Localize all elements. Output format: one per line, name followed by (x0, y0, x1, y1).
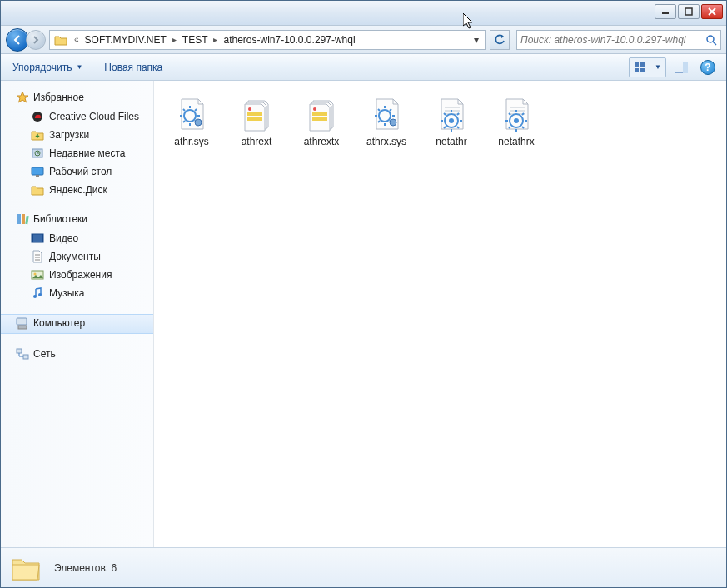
help-icon: ? (700, 60, 715, 75)
chevron-down-icon[interactable]: ▼ (650, 63, 665, 71)
svg-rect-47 (312, 112, 327, 116)
svg-point-46 (248, 107, 251, 111)
sidebar-item-music[interactable]: Музыка (1, 284, 153, 302)
organize-label: Упорядочить (12, 62, 72, 73)
sidebar-item-label: Документы (49, 249, 101, 264)
chevron-right-icon[interactable]: ▸ (168, 35, 181, 44)
svg-point-85 (514, 118, 519, 123)
downloads-icon (31, 128, 44, 142)
sidebar-item-label: Яндекс.Диск (49, 182, 107, 197)
sidebar-item-videos[interactable]: Видео (1, 229, 153, 247)
sidebar-libraries: Библиотеки Видео Документы Изображения М… (1, 211, 153, 302)
network-icon (16, 347, 29, 361)
view-mode-button[interactable]: ▼ (629, 57, 666, 77)
file-item[interactable]: athrextx (291, 91, 352, 151)
svg-rect-22 (42, 234, 43, 242)
svg-point-28 (33, 295, 37, 298)
breadcrumb-seg1[interactable]: SOFT.MYDIV.NET (83, 34, 168, 46)
svg-rect-31 (18, 326, 27, 329)
svg-rect-33 (23, 355, 28, 359)
document-icon (31, 250, 44, 263)
view-icons-icon (630, 62, 650, 73)
svg-rect-1 (685, 8, 692, 15)
sidebar-item-label: Creative Cloud Files (49, 109, 139, 124)
music-icon (31, 287, 44, 300)
file-item[interactable]: athrx.sys (356, 91, 417, 151)
breadcrumb-seg3[interactable]: atheros-win7-10.0.0.297-whql (222, 34, 356, 46)
minimize-button[interactable] (655, 4, 676, 19)
chevron-down-icon: ▼ (76, 63, 82, 71)
svg-rect-48 (312, 117, 327, 121)
svg-line-83 (509, 127, 510, 128)
refresh-button[interactable] (490, 30, 510, 50)
svg-rect-17 (17, 214, 21, 224)
svg-line-41 (183, 121, 185, 122)
main-area: Избранное Creative Cloud Files Загрузки … (1, 81, 726, 547)
svg-line-40 (195, 109, 197, 111)
sidebar-item-computer[interactable]: Компьютер (1, 314, 153, 334)
sidebar-item-label: Изображения (49, 267, 112, 282)
sidebar: Избранное Creative Cloud Files Загрузки … (1, 81, 154, 547)
sidebar-item-creative-cloud[interactable]: Creative Cloud Files (1, 107, 153, 126)
svg-rect-20 (32, 234, 43, 242)
sidebar-item-network[interactable]: Сеть (1, 346, 153, 364)
svg-rect-44 (247, 112, 262, 116)
svg-rect-19 (25, 216, 28, 224)
folder-icon (31, 183, 44, 197)
close-button[interactable] (701, 4, 723, 19)
minimize-icon (661, 7, 670, 16)
svg-rect-15 (32, 167, 43, 175)
file-item[interactable]: netathr (421, 91, 482, 151)
sidebar-favorites-header[interactable]: Избранное (1, 89, 153, 107)
video-icon (31, 232, 44, 245)
sidebar-item-pictures[interactable]: Изображения (1, 266, 153, 284)
forward-button[interactable] (26, 30, 46, 50)
sidebar-item-documents[interactable]: Документы (1, 247, 153, 266)
svg-line-57 (378, 121, 380, 122)
maximize-button[interactable] (678, 4, 700, 19)
file-type-icon (237, 94, 276, 134)
network-label: Сеть (33, 348, 56, 360)
file-item[interactable]: athrext (226, 91, 287, 151)
new-folder-label: Новая папка (104, 62, 162, 73)
recent-icon (31, 147, 44, 160)
address-dropdown[interactable]: ▾ (469, 34, 484, 46)
address-bar[interactable]: « SOFT.MYDIV.NET ▸ TEST ▸ atheros-win7-1… (49, 30, 486, 50)
maximize-icon (685, 7, 693, 16)
preview-pane-icon (675, 62, 688, 73)
file-item[interactable]: netathrx (485, 91, 547, 151)
search-box[interactable] (516, 30, 721, 50)
help-button[interactable]: ? (696, 57, 720, 77)
svg-rect-21 (32, 234, 33, 242)
file-type-icon (301, 94, 341, 134)
svg-line-5 (713, 42, 716, 45)
svg-line-69 (457, 113, 459, 115)
sidebar-item-recent[interactable]: Недавние места (1, 144, 153, 162)
sidebar-item-label: Рабочий стол (49, 164, 112, 179)
sidebar-item-label: Загрузки (49, 127, 89, 142)
new-folder-button[interactable]: Новая папка (99, 58, 167, 77)
chevron-right-icon[interactable]: ▸ (209, 35, 222, 44)
sidebar-item-yandex-disk[interactable]: Яндекс.Диск (1, 181, 153, 199)
search-icon[interactable] (705, 34, 717, 46)
sidebar-favorites: Избранное Creative Cloud Files Загрузки … (1, 89, 153, 199)
breadcrumb-separator: « (70, 35, 83, 44)
breadcrumb-seg2[interactable]: TEST (181, 34, 210, 46)
file-list[interactable]: athr.sysathrextathrextxathrx.sysnetathrn… (154, 81, 726, 547)
organize-button[interactable]: Упорядочить ▼ (7, 58, 87, 77)
file-item[interactable]: athr.sys (161, 91, 222, 151)
svg-rect-9 (640, 68, 645, 72)
nav-arrows (6, 28, 46, 52)
toolbar: Упорядочить ▼ Новая папка ▼ ? (1, 54, 726, 81)
search-input[interactable] (520, 34, 705, 46)
file-type-icon (496, 94, 536, 134)
svg-line-71 (457, 127, 459, 128)
svg-line-70 (444, 127, 446, 128)
preview-pane-button[interactable] (670, 57, 693, 77)
sidebar-item-downloads[interactable]: Загрузки (1, 126, 153, 144)
desktop-icon (31, 165, 44, 178)
libraries-label: Библиотеки (33, 213, 87, 225)
sidebar-item-desktop[interactable]: Рабочий стол (1, 162, 153, 181)
sidebar-libraries-header[interactable]: Библиотеки (1, 211, 153, 229)
svg-rect-7 (640, 62, 645, 67)
